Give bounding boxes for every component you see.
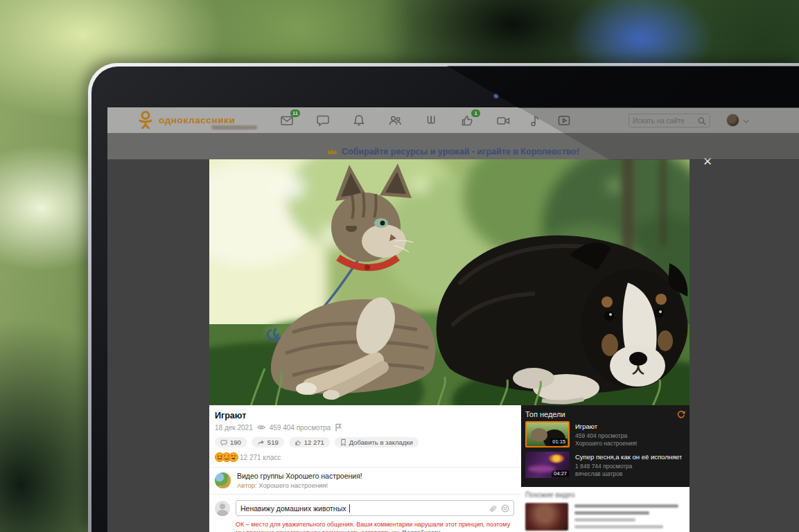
blurred-text [574,503,678,532]
messages-badge: 11 [290,109,300,117]
group-author: Автор: Хорошего настроения! [237,481,362,489]
moderation-warning: ОК – место для уважительного общения. Ва… [236,521,514,532]
hobbies-icon [424,114,438,127]
site-header: одноклассники 11 [107,107,799,133]
chevron-down-icon[interactable] [744,118,749,123]
discussions-button[interactable] [315,113,331,128]
share-button[interactable]: 519 [252,437,284,447]
video-date: 18 дек 2021 [215,424,253,432]
sidebar-video-title[interactable]: Супер песня,а как он её исполняет [575,453,682,461]
sidebar-video-views: 1 848 744 просмотра [575,463,682,470]
video-section-button[interactable] [556,113,572,128]
sidebar-video-title[interactable]: Играют [575,423,637,430]
bookmark-label: Добавить в закладки [349,438,413,446]
warning-text: ОК – место для уважительного общения. Ва… [236,521,510,532]
action-buttons: 190 519 12 271 [215,437,514,447]
promo-banner-strip: Собирайте ресурсы и урожай - играйте в К… [107,133,799,159]
thumbs-up-icon [295,439,301,446]
search-placeholder: Искать на сайте [633,117,685,125]
search-input[interactable]: Искать на сайте [629,114,710,127]
comments-count: 190 [230,438,241,446]
share-icon [257,439,265,446]
messages-button[interactable]: 11 [279,113,295,128]
promo-banner-link[interactable]: Собирайте ресурсы и урожай - играйте в К… [342,147,579,157]
video-title: Играют [215,411,514,420]
comment-input[interactable]: Ненавижу домашних животных [236,500,514,516]
related-video-item[interactable] [525,503,685,532]
related-thumbnail[interactable] [525,503,568,531]
video-thumbnail[interactable]: 01:15 [525,421,570,447]
group-name[interactable]: Видео группы Хорошего настроения! [237,472,362,480]
video-info: Играют 18 дек 2021 459 404 просмотра [209,405,521,532]
music-button[interactable] [527,113,543,128]
video-info-panel: Играют 18 дек 2021 459 404 просмотра [209,405,690,532]
top-week-sidebar: Топ недели 01:15 Играют 459 404 просмотр… [521,405,690,487]
flag-icon[interactable] [335,423,342,432]
webcam [493,93,500,100]
logo-tagline [211,125,257,130]
emoji-icon[interactable] [501,504,509,513]
group-avatar[interactable] [215,472,231,488]
related-title: Похожие видео [525,491,685,499]
notifications-button[interactable] [351,113,367,128]
related-videos: Похожие видео [521,487,690,532]
sidebar-video-author[interactable]: вячеслав шатров [575,470,682,478]
shares-count: 519 [267,438,279,446]
group-row[interactable]: Видео группы Хорошего настроения! Автор:… [215,468,514,494]
header-icons: 11 [279,107,572,133]
text-caret [349,504,350,513]
video-camera-icon [496,114,511,127]
chat-icon [316,114,330,127]
right-column: Топ недели 01:15 Играют 459 404 просмотр… [521,405,690,532]
eye-icon [257,424,265,431]
reactions-row[interactable]: 12 271 класс [215,452,514,462]
close-icon[interactable]: ✕ [700,154,715,170]
video-button[interactable] [495,113,511,128]
photo-background: одноклассники 11 [0,0,799,532]
video-player[interactable] [209,159,690,405]
attach-icon[interactable] [489,504,497,513]
bell-icon [352,114,366,127]
bookmark-button[interactable]: Добавить в закладки [335,437,419,447]
video-section-icon [557,114,571,127]
comments-button[interactable]: 190 [215,437,247,447]
sidebar-video-author[interactable]: Хорошего настроения! [575,440,637,447]
comment-row: Ненавижу домашних животных [215,495,514,516]
likes-button[interactable]: 1 [459,113,475,128]
video-thumbnail[interactable]: 04:27 [525,452,570,478]
author-name[interactable]: Хорошего настроения! [258,481,328,489]
sidebar-video-views: 459 404 просмотра [575,432,637,440]
user-avatar[interactable] [726,114,739,127]
video-views: 459 404 просмотра [270,424,331,432]
cat-and-dog-photo [209,159,690,405]
search-icon [697,116,706,125]
comment-icon [220,439,227,446]
likes-badge: 1 [471,109,480,117]
likes-count: 12 271 [304,438,324,446]
logo-text: одноклассники [159,115,235,125]
friends-button[interactable] [387,113,403,128]
like-button[interactable]: 12 271 [289,437,330,447]
sidebar-video-item[interactable]: 04:27 Супер песня,а как он её исполняет … [525,452,685,478]
ok-logo-icon [137,111,154,129]
people-icon [388,114,403,127]
details-link[interactable]: Подробности [402,529,440,532]
video-meta: 18 дек 2021 459 404 просмотра [215,423,514,432]
author-label: Автор: [237,481,257,489]
bookmark-icon [340,438,346,446]
hobbies-button[interactable] [423,113,439,128]
commenter-avatar [215,501,230,516]
reaction-emojis [215,452,236,462]
comment-text: Ненавижу домашних животных [240,504,346,513]
sidebar-video-item[interactable]: 01:15 Играют 459 404 просмотра Хорошего … [525,421,685,447]
laughing-emoji-icon [229,452,238,462]
repeat-icon[interactable] [676,409,685,418]
reactions-label: 12 271 класс [240,454,281,461]
laptop-screen: одноклассники 11 [107,107,799,532]
music-icon [529,114,541,127]
duration-badge: 01:15 [550,438,568,445]
crown-icon [327,148,337,156]
sidebar-title: Топ недели [525,410,565,418]
duration-badge: 04:27 [552,470,569,477]
